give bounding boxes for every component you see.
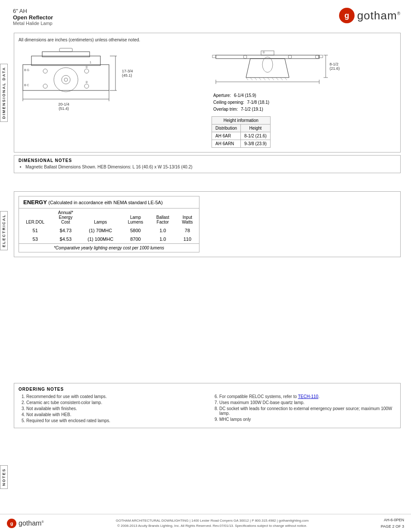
svg-point-30 xyxy=(243,55,247,59)
footer-copyright: © 2008-2013 Acuity Brands Lighting, Inc.… xyxy=(116,523,309,529)
height-col2-header: Height xyxy=(241,124,271,132)
side-view-svg: 20-1/4 (51.4) 17-3/4 (45.1) B·G B·C 1 ① … xyxy=(19,47,152,121)
svg-line-50 xyxy=(272,78,274,80)
svg-point-7 xyxy=(84,84,89,88)
svg-text:B·C: B·C xyxy=(24,84,29,87)
header-title-block: 6" AH Open Reflector Metal Halide Lamp xyxy=(13,8,53,26)
th-ballast: BallastFactor xyxy=(150,208,176,226)
logo-symbol: g xyxy=(344,11,349,20)
svg-point-28 xyxy=(262,57,273,72)
page-footer: g gotham® GOTHAM ARCHITECTURAL DOWNLIGHT… xyxy=(0,514,411,532)
th-energy: Annual* Energy Cost xyxy=(51,208,80,226)
logo-name: gotham® xyxy=(357,9,401,22)
energy-data-table: LER.DOL Annual* Energy Cost Lamps LampLu… xyxy=(19,208,199,252)
notes-item-col2: DC socket with leads for connection to e… xyxy=(219,406,396,416)
svg-text:②: ② xyxy=(85,81,88,84)
footer-logo-circle: g xyxy=(7,519,16,528)
svg-text:20-1/4: 20-1/4 xyxy=(58,102,69,106)
th-ler: LER.DOL xyxy=(19,208,51,226)
notes-item-col1: Ceramic arc tube consistent-color lamp. xyxy=(26,400,203,405)
svg-point-4 xyxy=(62,75,70,84)
notes-col-right: For compatible RELOC systems, refer to T… xyxy=(212,394,396,424)
energy-lumens: 5800 xyxy=(121,226,150,235)
overlap-val: 7-1/2 (19.1) xyxy=(241,107,263,112)
svg-text:(21.6): (21.6) xyxy=(330,66,340,71)
dim-notes-list: Magnetic Ballast Dimensions Shown. HEB D… xyxy=(19,165,396,169)
height-dist: AH 6ARN xyxy=(212,140,241,148)
energy-lamps: (1) 70MHC xyxy=(80,226,121,235)
drawing-right: 8-1/2 (21.6) ① Aper xyxy=(212,47,396,148)
energy-cost: $4.53 xyxy=(51,235,80,244)
svg-point-3 xyxy=(54,68,78,92)
energy-ler: 51 xyxy=(19,226,51,235)
svg-text:(45.1): (45.1) xyxy=(122,73,132,78)
side-label-dimensional: DIMENSIONAL DATA xyxy=(0,64,8,122)
aperture-info: Aperture: 6-1/4 (15.9) Ceiling opening: … xyxy=(212,92,396,113)
svg-text:17-3/4: 17-3/4 xyxy=(122,69,133,73)
svg-point-32 xyxy=(315,55,319,59)
notes-col-left: Recommended for use with coated lamps.Ce… xyxy=(19,394,203,424)
svg-rect-41 xyxy=(212,55,216,58)
energy-lamps: (1) 100MHC xyxy=(80,235,121,244)
svg-text:(51.4): (51.4) xyxy=(59,106,69,111)
svg-text:①: ① xyxy=(85,65,88,68)
tech-110-link[interactable]: TECH-110 xyxy=(298,394,318,399)
product-size: 6" AH xyxy=(13,8,53,14)
ordering-notes-title: ORDERING NOTES xyxy=(19,387,396,392)
notes-item-col1: Required for use with enclosed rated lam… xyxy=(26,418,203,423)
height-table-row: AH 6ARN9-3/8 (23.9) xyxy=(212,140,271,148)
th-lamp-lumens: LampLumens xyxy=(121,208,150,226)
svg-line-44 xyxy=(246,78,248,80)
energy-watts: 110 xyxy=(176,235,199,244)
product-lamp: Metal Halide Lamp xyxy=(13,21,53,26)
height-val: 9-3/8 (23.9) xyxy=(241,140,271,148)
spacer-area xyxy=(0,260,411,380)
height-col1-header: Distribution xyxy=(212,124,241,132)
svg-point-6 xyxy=(84,69,89,73)
energy-title-suffix: (Calculated in accordance eith NEMA stan… xyxy=(48,200,162,205)
energy-title: ENERGY (Calculated in accordance eith NE… xyxy=(19,196,199,208)
energy-ler: 53 xyxy=(19,235,51,244)
height-table-row: AH 6AR8-1/2 (21.6) xyxy=(212,132,271,140)
product-type: Open Reflector xyxy=(13,14,53,21)
notes-list-col2: For compatible RELOC systems, refer to T… xyxy=(212,394,396,422)
dimensional-data-section: All dimensions are inches (centimeters) … xyxy=(14,33,401,152)
side-label-notes: NOTES xyxy=(0,465,8,489)
energy-footnote: *Comparative yearly lighting energy cost… xyxy=(19,244,199,252)
svg-point-9 xyxy=(43,84,47,88)
energy-lumens: 8700 xyxy=(121,235,150,244)
overlap-label: Overlap trim: xyxy=(213,107,238,112)
dim-notes-title: DIMENSIONAL NOTES xyxy=(19,158,396,163)
energy-table-row: 51 $4.73 (1) 70MHC 5800 1.0 78 xyxy=(19,226,199,235)
svg-line-45 xyxy=(250,78,252,80)
notes-columns: Recommended for use with coated lamps.Ce… xyxy=(19,394,396,424)
electrical-section: ENERGY (Calculated in accordance eith NE… xyxy=(14,191,401,257)
height-val: 8-1/2 (21.6) xyxy=(241,132,271,140)
aperture-label: Aperture: xyxy=(213,93,231,98)
energy-cost: $4.73 xyxy=(51,226,80,235)
aperture-val: 6-1/4 (15.9) xyxy=(234,93,256,98)
height-dist: AH 6AR xyxy=(212,132,241,140)
ceiling-label: Ceiling opening: xyxy=(213,100,244,105)
ceiling-val: 7-1/8 (18.1) xyxy=(247,100,270,105)
section-view-svg: 8-1/2 (21.6) ① xyxy=(212,47,349,90)
svg-marker-27 xyxy=(246,59,289,78)
footer-center-text: GOTHAM ARCHITECTURAL DOWNLIGHTING | 1400… xyxy=(116,518,309,529)
svg-line-49 xyxy=(268,78,270,80)
svg-text:B·G: B·G xyxy=(24,68,29,72)
svg-line-53 xyxy=(285,78,287,80)
notes-item-col2: For compatible RELOC systems, refer to T… xyxy=(219,394,396,399)
notes-list-col1: Recommended for use with coated lamps.Ce… xyxy=(19,394,203,423)
notes-item-col2: Uses maximum 100W DC-base quartz lamp. xyxy=(219,400,396,405)
th-lamps: Lamps xyxy=(80,208,121,226)
th-input-watts: InputWatts xyxy=(176,208,199,226)
side-label-electrical: ELECTRICAL xyxy=(0,211,8,250)
energy-table-row: 53 $4.53 (1) 100MHC 8700 1.0 110 xyxy=(19,235,199,244)
svg-line-51 xyxy=(276,78,278,80)
height-table-title: Height information xyxy=(212,117,271,124)
svg-rect-0 xyxy=(23,65,109,90)
footer-logo: g gotham® xyxy=(7,519,44,528)
page-header: 6" AH Open Reflector Metal Halide Lamp g… xyxy=(0,0,411,30)
dimensional-drawings: 20-1/4 (51.4) 17-3/4 (45.1) B·G B·C 1 ① … xyxy=(19,47,396,148)
svg-rect-20 xyxy=(59,48,72,52)
